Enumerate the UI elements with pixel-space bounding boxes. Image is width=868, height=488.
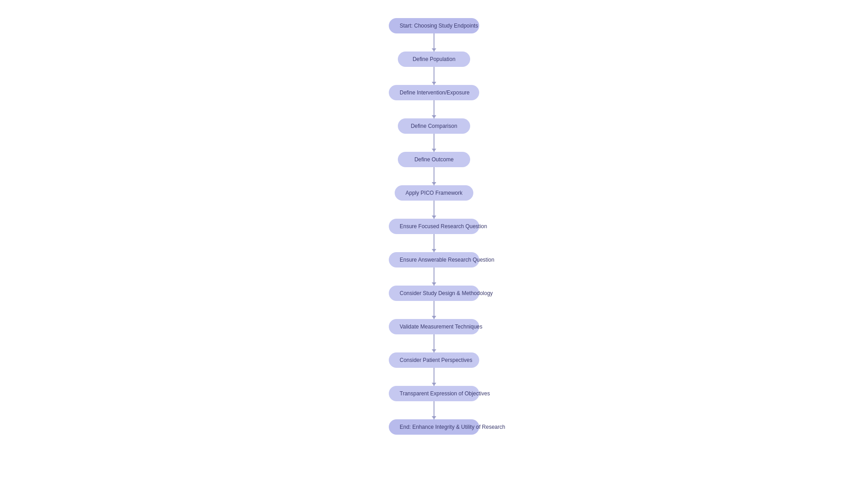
connector-4 [434, 167, 434, 185]
flow-node-end[interactable]: End: Enhance Integrity & Utility of Rese… [389, 419, 479, 435]
connector-1 [434, 67, 434, 85]
connector-3 [434, 134, 434, 152]
flow-node-ensure-answerable[interactable]: Ensure Answerable Research Question [389, 252, 479, 267]
flow-node-consider-study-design[interactable]: Consider Study Design & Methodology [389, 286, 479, 301]
flow-node-start[interactable]: Start: Choosing Study Endpoints [389, 18, 479, 33]
flow-node-define-comparison[interactable]: Define Comparison [398, 118, 470, 134]
flow-node-define-population[interactable]: Define Population [398, 52, 470, 67]
flow-node-apply-pico[interactable]: Apply PICO Framework [395, 185, 473, 201]
connector-9 [434, 334, 434, 352]
connector-10 [434, 368, 434, 386]
connector-0 [434, 33, 434, 52]
flow-node-consider-patient[interactable]: Consider Patient Perspectives [389, 352, 479, 368]
flow-node-define-intervention[interactable]: Define Intervention/Exposure [389, 85, 479, 100]
flow-node-define-outcome[interactable]: Define Outcome [398, 152, 470, 167]
connector-11 [434, 401, 434, 419]
flow-node-validate-measurement[interactable]: Validate Measurement Techniques [389, 319, 479, 334]
connector-2 [434, 100, 434, 118]
connector-8 [434, 301, 434, 319]
flow-node-transparent-expression[interactable]: Transparent Expression of Objectives [389, 386, 479, 401]
flow-node-ensure-focused[interactable]: Ensure Focused Research Question [389, 219, 479, 234]
connector-6 [434, 234, 434, 252]
flowchart-container: Start: Choosing Study EndpointsDefine Po… [380, 9, 488, 444]
connector-7 [434, 267, 434, 286]
connector-5 [434, 201, 434, 219]
